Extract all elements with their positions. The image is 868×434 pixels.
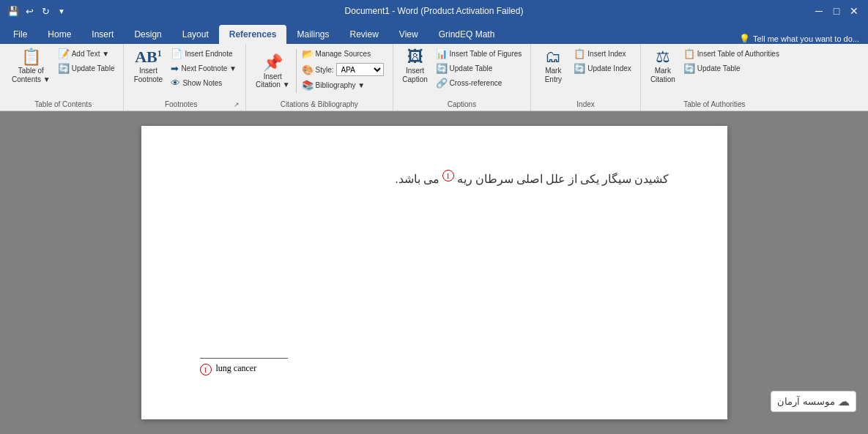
footnote-entry-1: 1 lung cancer bbox=[200, 363, 669, 375]
authorities-group-label: Table of Authorities bbox=[647, 99, 782, 111]
show-notes-icon: 👁 bbox=[171, 78, 180, 89]
table-of-contents-button[interactable]: 📋 Table ofContents ▼ bbox=[9, 47, 53, 95]
ribbon: 📋 Table ofContents ▼ 📝 Add Text ▼ 🔄 Upda… bbox=[0, 44, 868, 111]
next-footnote-icon: ➡ bbox=[171, 63, 179, 74]
footnote-icon: AB1 bbox=[135, 49, 162, 65]
footnote-separator bbox=[200, 358, 288, 359]
style-row: 🎨 Style: APA MLA Chicago bbox=[299, 61, 387, 78]
ribbon-group-index: 🗂 MarkEntry 📋 Insert Index 🔄 Update Inde… bbox=[531, 44, 641, 111]
cross-ref-icon: 🔗 bbox=[436, 78, 448, 89]
tab-view[interactable]: View bbox=[389, 25, 429, 44]
branding-text: موسسه آرمان bbox=[777, 396, 835, 407]
update-table-toc-button[interactable]: 🔄 Update Table bbox=[55, 61, 118, 75]
index-group-label: Index bbox=[537, 99, 634, 111]
insert-citation-button[interactable]: 📌 InsertCitation ▼ bbox=[252, 47, 294, 95]
caption-icon: 🖼 bbox=[407, 49, 423, 65]
tab-review[interactable]: Review bbox=[340, 25, 389, 44]
tab-design[interactable]: Design bbox=[124, 25, 171, 44]
tab-grindEQ[interactable]: GrindEQ Math bbox=[429, 25, 505, 44]
save-icon[interactable]: 💾 bbox=[6, 4, 21, 18]
customize-icon[interactable]: ▼ bbox=[54, 4, 69, 18]
mark-entry-icon: 🗂 bbox=[545, 49, 561, 65]
insert-table-authorities-button[interactable]: 📋 Insert Table of Authorities bbox=[680, 47, 782, 61]
update-index-button[interactable]: 🔄 Update Index bbox=[571, 61, 634, 75]
document-area: کشیدن سیگار یکی از علل اصلی سرطان ریه 1 … bbox=[0, 111, 868, 434]
redo-icon[interactable]: ↻ bbox=[38, 4, 53, 18]
bibliography-icon: 📚 bbox=[302, 80, 314, 91]
footnote-marker: 1 bbox=[442, 170, 454, 182]
citation-small-btns: 📂 Manage Sources 🎨 Style: APA MLA Chicag… bbox=[299, 47, 387, 92]
insert-endnote-button[interactable]: 📄 Insert Endnote bbox=[168, 47, 240, 61]
tell-me-box[interactable]: 💡 Tell me what you want to do... bbox=[733, 34, 865, 44]
tell-me-text: Tell me what you want to do... bbox=[753, 34, 859, 43]
add-text-icon: 📝 bbox=[58, 48, 70, 59]
close-icon[interactable]: ✕ bbox=[846, 3, 862, 19]
update-table-captions-button[interactable]: 🔄 Update Table bbox=[433, 61, 525, 75]
insert-table-of-figures-button[interactable]: 📊 Insert Table of Figures bbox=[433, 47, 525, 61]
citation-icon: 📌 bbox=[263, 53, 283, 72]
ribbon-group-footnotes: AB1 InsertFootnote 📄 Insert Endnote ➡ Ne… bbox=[124, 44, 246, 111]
ribbon-group-captions: 🖼 InsertCaption 📊 Insert Table of Figure… bbox=[393, 44, 532, 111]
window-title: Document1 - Word (Product Activation Fai… bbox=[345, 6, 524, 16]
update-captions-icon: 🔄 bbox=[436, 63, 448, 74]
captions-group-label: Captions bbox=[399, 99, 525, 111]
update-toc-icon: 🔄 bbox=[58, 63, 70, 74]
footnotes-small-btns: 📄 Insert Endnote ➡ Next Footnote ▼ 👁 Sho… bbox=[168, 47, 240, 90]
add-text-button[interactable]: 📝 Add Text ▼ bbox=[55, 47, 118, 61]
authorities-small-btns: 📋 Insert Table of Authorities 🔄 Update T… bbox=[680, 47, 782, 75]
style-icon: 🎨 bbox=[302, 64, 314, 75]
ribbon-group-authorities: ⚖ MarkCitation 📋 Insert Table of Authori… bbox=[641, 44, 788, 111]
toc-small-btns: 📝 Add Text ▼ 🔄 Update Table bbox=[55, 47, 118, 75]
next-footnote-button[interactable]: ➡ Next Footnote ▼ bbox=[168, 61, 240, 75]
footnote-number-circle: 1 bbox=[200, 364, 212, 375]
footnotes-group-label: Footnotes bbox=[130, 99, 232, 111]
tab-insert[interactable]: Insert bbox=[81, 25, 124, 44]
insert-caption-button[interactable]: 🖼 InsertCaption bbox=[399, 47, 431, 95]
document-page[interactable]: کشیدن سیگار یکی از علل اصلی سرطان ریه 1 … bbox=[141, 126, 727, 419]
undo-icon[interactable]: ↩ bbox=[22, 4, 37, 18]
toc-icon: 📋 bbox=[21, 49, 41, 65]
manage-sources-button[interactable]: 📂 Manage Sources bbox=[299, 47, 387, 61]
maximize-icon[interactable]: □ bbox=[828, 3, 845, 19]
toc-group-label: Table of Contents bbox=[9, 99, 117, 111]
ribbon-group-toc: 📋 Table ofContents ▼ 📝 Add Text ▼ 🔄 Upda… bbox=[3, 44, 124, 111]
update-table-authorities-button[interactable]: 🔄 Update Table bbox=[680, 61, 782, 75]
insert-index-button[interactable]: 📋 Insert Index bbox=[571, 47, 634, 61]
endnote-icon: 📄 bbox=[171, 48, 182, 59]
cross-reference-button[interactable]: 🔗 Cross-reference bbox=[433, 76, 525, 90]
captions-small-btns: 📊 Insert Table of Figures 🔄 Update Table… bbox=[433, 47, 525, 90]
tab-bar: File Home Insert Design Layout Reference… bbox=[0, 22, 868, 44]
footnotes-expand-icon[interactable]: ↗ bbox=[234, 101, 240, 108]
document-text[interactable]: کشیدن سیگار یکی از علل اصلی سرطان ریه 1 … bbox=[200, 170, 669, 186]
divider bbox=[296, 49, 297, 93]
update-index-icon: 🔄 bbox=[574, 63, 585, 74]
style-select[interactable]: APA MLA Chicago bbox=[336, 63, 384, 76]
tab-home[interactable]: Home bbox=[37, 25, 81, 44]
minimize-icon[interactable]: ─ bbox=[811, 3, 827, 19]
quick-access-toolbar: 💾 ↩ ↻ ▼ bbox=[6, 4, 69, 18]
update-toa-icon: 🔄 bbox=[683, 63, 695, 74]
footnote-text: lung cancer bbox=[216, 363, 257, 374]
branding-icon: ☁ bbox=[838, 394, 850, 408]
mark-citation-icon: ⚖ bbox=[656, 49, 670, 65]
branding-watermark: ☁ موسسه آرمان bbox=[771, 391, 856, 412]
title-bar: 💾 ↩ ↻ ▼ Document1 - Word (Product Activa… bbox=[0, 0, 868, 22]
mark-entry-button[interactable]: 🗂 MarkEntry bbox=[537, 47, 569, 95]
ribbon-group-citations: 📌 InsertCitation ▼ 📂 Manage Sources 🎨 St… bbox=[246, 44, 393, 111]
mark-citation-button[interactable]: ⚖ MarkCitation bbox=[647, 47, 679, 95]
tab-mailings[interactable]: Mailings bbox=[286, 25, 339, 44]
tab-references[interactable]: References bbox=[219, 25, 287, 44]
toa-icon: 📋 bbox=[683, 48, 695, 59]
show-notes-button[interactable]: 👁 Show Notes bbox=[168, 76, 240, 90]
tab-file[interactable]: File bbox=[3, 25, 37, 44]
citations-group-label: Citations & Bibliography bbox=[252, 99, 387, 111]
table-figures-icon: 📊 bbox=[436, 48, 448, 59]
insert-index-icon: 📋 bbox=[574, 48, 585, 59]
insert-footnote-button[interactable]: AB1 InsertFootnote bbox=[130, 47, 166, 95]
index-small-btns: 📋 Insert Index 🔄 Update Index bbox=[571, 47, 634, 75]
tab-layout[interactable]: Layout bbox=[172, 25, 219, 44]
bibliography-button[interactable]: 📚 Bibliography ▼ bbox=[299, 78, 387, 92]
footnote-area: 1 lung cancer bbox=[200, 358, 669, 375]
manage-sources-icon: 📂 bbox=[302, 48, 314, 59]
